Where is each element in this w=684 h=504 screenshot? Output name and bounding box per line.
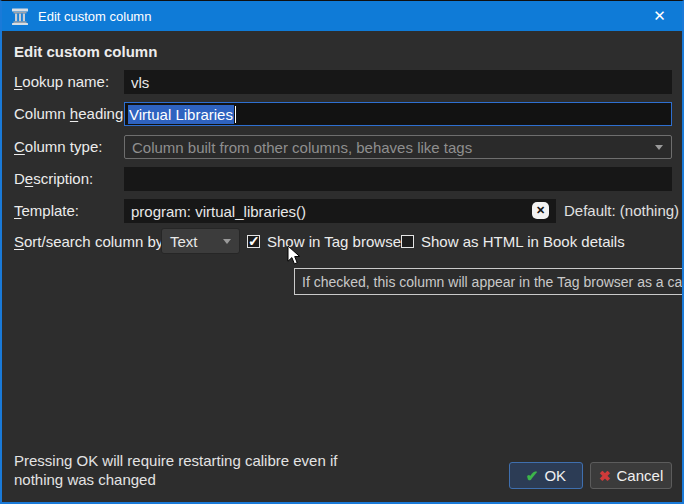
column-heading-label: Column heading: xyxy=(14,102,127,126)
checkbox-label: Show as HTML in Book details xyxy=(421,233,625,250)
ok-label: OK xyxy=(544,467,566,484)
cancel-label: Cancel xyxy=(617,467,664,484)
lookup-name-label: Lookup name: xyxy=(14,70,109,94)
x-icon: ✖ xyxy=(599,468,611,484)
column-heading-input[interactable]: Virtual Libraries xyxy=(124,102,672,126)
column-type-select: Column built from other columns, behaves… xyxy=(124,135,672,159)
close-button[interactable]: ✕ xyxy=(637,1,682,31)
template-default-note: Default: (nothing) xyxy=(564,199,679,223)
checkbox-icon xyxy=(247,235,260,248)
cancel-button[interactable]: ✖ Cancel xyxy=(590,462,672,489)
template-input[interactable] xyxy=(124,199,556,223)
clear-template-button[interactable]: ✕ xyxy=(532,202,549,219)
close-icon: ✕ xyxy=(653,7,666,25)
show-in-tag-browser-checkbox[interactable]: Show in Tag browser xyxy=(247,228,406,254)
column-type-label: Column type: xyxy=(14,135,102,159)
tooltip-text: If checked, this column will appear in t… xyxy=(302,274,684,290)
tooltip: If checked, this column will appear in t… xyxy=(294,268,684,295)
selected-text: Virtual Libraries xyxy=(128,105,234,124)
text-caret xyxy=(235,106,236,123)
description-label: Description: xyxy=(14,167,93,191)
chevron-down-icon xyxy=(655,145,663,150)
check-icon: ✔ xyxy=(526,467,539,485)
description-input[interactable] xyxy=(124,167,672,191)
clear-icon: ✕ xyxy=(536,205,545,216)
restart-warning: Pressing OK will require restarting cali… xyxy=(14,451,359,489)
sort-by-select[interactable]: Text xyxy=(161,228,240,254)
dialog-heading: Edit custom column xyxy=(14,43,157,60)
custom-column-icon xyxy=(10,6,30,26)
column-type-value: Column built from other columns, behaves… xyxy=(132,139,472,156)
mouse-cursor xyxy=(287,245,301,266)
template-field-wrap: ✕ xyxy=(124,199,556,223)
sort-search-label: Sort/search column by xyxy=(14,229,163,253)
sort-by-value: Text xyxy=(170,233,198,250)
lookup-name-input[interactable] xyxy=(124,70,672,94)
titlebar[interactable]: Edit custom column ✕ xyxy=(2,1,682,31)
template-label: Template: xyxy=(14,199,79,223)
window-title: Edit custom column xyxy=(38,9,151,24)
show-as-html-checkbox[interactable]: Show as HTML in Book details xyxy=(401,228,625,254)
chevron-down-icon xyxy=(223,239,231,244)
ok-button[interactable]: ✔ OK xyxy=(509,462,583,489)
edit-custom-column-dialog: Edit custom column ✕ Edit custom column … xyxy=(0,0,684,504)
checkbox-icon xyxy=(401,235,414,248)
